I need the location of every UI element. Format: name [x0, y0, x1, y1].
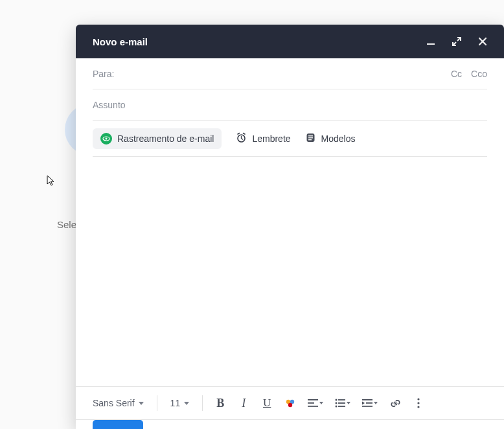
- compose-title: Novo e-mail: [93, 36, 424, 47]
- chevron-down-icon: [374, 402, 378, 404]
- reminder-button[interactable]: Lembrete: [236, 132, 290, 145]
- indent-icon: [362, 399, 372, 408]
- svg-point-25: [418, 406, 420, 408]
- subject-field-row[interactable]: Assunto: [93, 89, 487, 121]
- svg-point-18: [336, 406, 338, 408]
- bg-truncated-text: Sele: [57, 219, 76, 230]
- svg-point-24: [418, 402, 420, 404]
- compose-options-row: Rastreamento de e-mail Lembrete: [93, 121, 487, 157]
- italic-glyph: I: [242, 397, 246, 410]
- svg-rect-12: [308, 402, 314, 404]
- tracking-eye-icon: [100, 133, 112, 145]
- toolbar-separator: [157, 395, 157, 411]
- svg-point-10: [288, 403, 292, 407]
- bcc-toggle[interactable]: Cco: [471, 69, 487, 79]
- svg-point-14: [336, 399, 338, 401]
- svg-rect-15: [338, 399, 345, 400]
- svg-rect-19: [338, 406, 345, 407]
- toolbar-separator: [202, 395, 203, 411]
- chevron-down-icon: [319, 402, 323, 404]
- minimize-button[interactable]: [424, 34, 438, 49]
- svg-point-16: [336, 402, 338, 404]
- chevron-down-icon: [184, 402, 189, 405]
- compose-header: Novo e-mail: [76, 25, 504, 58]
- svg-rect-20: [362, 399, 372, 400]
- svg-rect-5: [308, 135, 313, 136]
- align-button[interactable]: [304, 393, 327, 413]
- bold-glyph: B: [216, 397, 224, 410]
- formatting-toolbar: Sans Serif 11 B I U: [76, 386, 504, 420]
- svg-point-23: [418, 398, 420, 400]
- font-family-dropdown[interactable]: Sans Serif: [87, 395, 149, 411]
- mouse-cursor-icon: [47, 175, 56, 187]
- underline-button[interactable]: U: [257, 393, 277, 413]
- svg-rect-11: [308, 399, 318, 400]
- font-size-dropdown[interactable]: 11: [165, 395, 195, 411]
- kebab-menu-icon: [417, 398, 420, 408]
- align-left-icon: [308, 399, 318, 408]
- svg-rect-13: [308, 406, 318, 407]
- svg-rect-0: [427, 43, 435, 45]
- compose-window: Novo e-mail Para: Cc: [76, 25, 504, 429]
- cc-toggle[interactable]: Cc: [451, 69, 462, 79]
- templates-button[interactable]: Modelos: [305, 132, 356, 145]
- expand-icon: [452, 37, 461, 46]
- templates-label: Modelos: [321, 133, 356, 144]
- chevron-down-icon: [347, 402, 350, 404]
- expand-button[interactable]: [450, 34, 464, 49]
- font-family-label: Sans Serif: [93, 398, 135, 408]
- email-body-editor[interactable]: [93, 157, 487, 386]
- more-options-button[interactable]: [409, 393, 428, 413]
- subject-placeholder: Assunto: [93, 100, 126, 110]
- to-label: Para:: [93, 69, 114, 79]
- compose-footer: [76, 420, 504, 429]
- svg-rect-22: [362, 406, 372, 407]
- window-controls: [424, 34, 490, 49]
- chevron-down-icon: [139, 402, 144, 405]
- alarm-clock-icon: [236, 132, 247, 145]
- minimize-icon: [426, 37, 435, 46]
- svg-rect-17: [338, 402, 345, 404]
- text-color-button[interactable]: [281, 393, 300, 413]
- close-button[interactable]: [475, 34, 490, 49]
- bullet-list-icon: [335, 399, 345, 408]
- tracking-label: Rastreamento de e-mail: [117, 133, 214, 144]
- to-field-row[interactable]: Para: Cc Cco: [93, 58, 487, 89]
- color-palette-icon: [284, 397, 296, 409]
- indent-button[interactable]: [358, 393, 382, 413]
- font-size-label: 11: [170, 398, 181, 408]
- svg-point-2: [106, 137, 108, 139]
- templates-icon: [305, 132, 316, 145]
- italic-button[interactable]: I: [234, 393, 253, 413]
- reminder-label: Lembrete: [252, 133, 290, 144]
- send-button[interactable]: [93, 420, 143, 429]
- svg-rect-7: [308, 139, 312, 140]
- underline-glyph: U: [263, 397, 271, 410]
- svg-rect-6: [308, 137, 313, 138]
- close-icon: [478, 37, 487, 46]
- email-tracking-button[interactable]: Rastreamento de e-mail: [93, 128, 222, 149]
- link-button[interactable]: [385, 393, 405, 413]
- bold-button[interactable]: B: [211, 393, 230, 413]
- link-icon: [390, 398, 401, 409]
- bullet-list-button[interactable]: [331, 393, 354, 413]
- svg-rect-21: [366, 402, 372, 404]
